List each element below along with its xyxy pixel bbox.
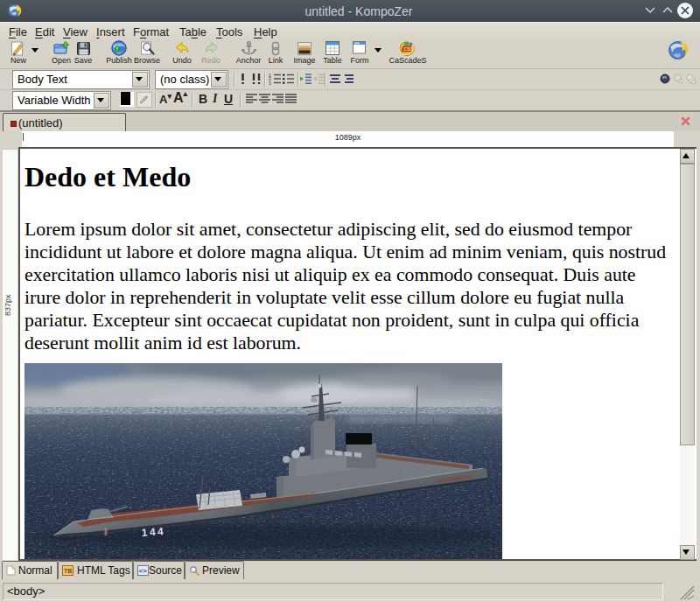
svg-text:CSS: CSS	[403, 46, 414, 52]
svg-text:TB: TB	[64, 568, 72, 574]
svg-text:3: 3	[269, 80, 271, 86]
svg-text:<>: <>	[139, 567, 148, 575]
svg-text:144: 144	[141, 525, 165, 539]
